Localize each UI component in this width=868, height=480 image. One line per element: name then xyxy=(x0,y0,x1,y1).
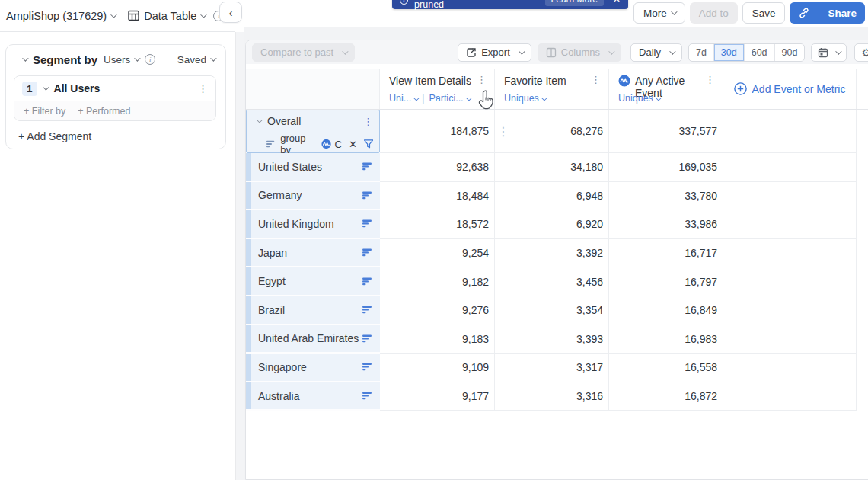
value-cell: 18,484 xyxy=(380,182,495,211)
segment-value-cell[interactable]: Brazil xyxy=(246,296,380,325)
breakdown-bars-icon xyxy=(362,306,372,314)
chevron-down-icon xyxy=(541,96,547,101)
segment-value-cell[interactable]: Singapore xyxy=(246,354,380,382)
date-range-group: 7d 30d 60d 90d xyxy=(688,43,805,62)
value-cell: 3,392 xyxy=(495,239,609,268)
breakdown-bars-icon xyxy=(362,392,372,400)
column-kebab-icon[interactable]: ⋮ xyxy=(477,75,487,85)
save-button[interactable]: Save xyxy=(742,2,786,24)
collapse-section-icon[interactable] xyxy=(22,55,28,61)
range-30d[interactable]: 30d xyxy=(714,44,745,61)
segment-value-cell[interactable]: Japan xyxy=(246,239,380,268)
group-by-icon xyxy=(266,140,275,148)
cell-kebab-icon[interactable]: ⋮ xyxy=(495,124,509,139)
segment-value-cell[interactable]: United States xyxy=(246,153,380,182)
calendar-icon xyxy=(818,47,828,58)
more-button[interactable]: More xyxy=(633,2,685,24)
value-cell: 169,035 xyxy=(609,153,723,182)
segment-value-cell[interactable]: United Kingdom xyxy=(246,210,380,239)
column-header-add-event[interactable]: Add Event or Metric xyxy=(723,69,857,109)
chevron-down-icon xyxy=(669,48,675,54)
add-filter-button[interactable]: + Filter by xyxy=(24,106,65,117)
segment-index-badge[interactable]: 1 xyxy=(22,82,37,96)
value-cell: 92,638 xyxy=(380,153,495,182)
empty-cell xyxy=(723,382,857,411)
country-name: Singapore xyxy=(258,361,307,373)
empty-cell xyxy=(857,210,868,239)
column-kebab-icon[interactable]: ⋮ xyxy=(705,75,715,85)
alert-close-icon[interactable]: ✕ xyxy=(613,0,621,5)
measure-dropdown[interactable]: Uni... xyxy=(389,93,417,104)
learn-more-button[interactable]: Learn More xyxy=(545,0,604,6)
expand-icon[interactable] xyxy=(257,117,262,123)
measure-dropdown[interactable]: Partici... xyxy=(429,93,469,104)
table-footer-space xyxy=(246,411,868,480)
remove-group-by-icon[interactable]: ✕ xyxy=(349,139,357,150)
measure-dropdown[interactable]: Uniques xyxy=(618,93,659,104)
compare-to-past-button[interactable]: Compare to past xyxy=(252,43,355,62)
table-row: Japan 9,254 3,392 16,717 xyxy=(246,239,868,268)
plus-circle-icon xyxy=(734,82,747,95)
chevron-down-icon[interactable] xyxy=(43,84,49,90)
segment-value-cell[interactable]: Australia xyxy=(246,382,380,411)
settings-button[interactable]: ⚙ xyxy=(854,43,868,62)
empty-cell xyxy=(723,296,857,325)
calendar-button[interactable] xyxy=(811,43,847,62)
value-cell: 16,983 xyxy=(609,325,723,354)
overall-kebab-icon[interactable]: ⋮ xyxy=(363,117,373,126)
value-cell: 6,920 xyxy=(495,210,609,239)
empty-cell xyxy=(857,296,868,325)
segment-value-cell[interactable]: Egypt xyxy=(246,267,380,296)
country-name: Germany xyxy=(258,189,302,201)
filter-icon[interactable] xyxy=(364,139,373,149)
country-name: United States xyxy=(258,161,322,173)
add-to-button[interactable]: Add to xyxy=(690,2,738,24)
collapse-panel-button[interactable]: ‹ xyxy=(219,2,242,23)
overall-cell[interactable]: Overall ⋮ group by C ✕ xyxy=(246,110,380,153)
add-segment-button[interactable]: + Add Segment xyxy=(18,130,225,142)
chevron-down-icon xyxy=(466,96,471,101)
value-cell: 3,317 xyxy=(495,354,609,382)
empty-cell xyxy=(723,239,857,268)
project-switcher[interactable]: AmpliShop (317629) xyxy=(6,10,115,22)
column-header-any-active-event[interactable]: Any Active Event⋮ Uniques xyxy=(609,69,723,109)
breakdown-bars-icon xyxy=(362,191,372,200)
empty-cell xyxy=(857,325,868,354)
range-60d[interactable]: 60d xyxy=(745,44,775,61)
empty-cell xyxy=(857,354,868,382)
segment-kebab-icon[interactable]: ⋮ xyxy=(198,84,208,94)
columns-button[interactable]: Columns xyxy=(538,43,621,62)
top-bar: AmpliShop (317629) Data Table i ‹ i The … xyxy=(0,0,868,31)
value-cell: 9,109 xyxy=(380,354,495,382)
range-90d[interactable]: 90d xyxy=(775,44,805,61)
range-7d[interactable]: 7d xyxy=(689,44,714,61)
group-by-value[interactable]: C xyxy=(335,139,342,150)
data-table-card: Compare to past Export Columns Daily 7d … xyxy=(245,40,868,480)
view-switcher[interactable]: Data Table xyxy=(128,10,205,22)
saved-dropdown[interactable]: Saved xyxy=(177,54,215,66)
column-header-favorite-item[interactable]: Favorite Item⋮ Uniques xyxy=(495,69,609,109)
empty-cell xyxy=(723,267,857,296)
users-dropdown[interactable]: Users xyxy=(104,54,139,66)
segment-name[interactable]: All Users xyxy=(54,82,101,94)
segment-value-cell[interactable]: United Arab Emirates xyxy=(246,325,380,354)
interval-dropdown[interactable]: Daily xyxy=(630,43,682,62)
add-performed-button[interactable]: + Performed xyxy=(78,106,130,117)
table-icon xyxy=(128,10,139,21)
empty-cell xyxy=(723,153,857,182)
column-kebab-icon[interactable]: ⋮ xyxy=(591,75,601,85)
segment-value-cell[interactable]: Germany xyxy=(246,182,380,211)
value-cell: 18,572 xyxy=(380,210,495,239)
share-button[interactable]: Share xyxy=(819,2,865,24)
copy-link-button[interactable] xyxy=(790,2,819,24)
overall-row: Overall ⋮ group by C ✕ 184,875 ⋮ 68,276 … xyxy=(246,110,868,153)
column-header-view-item-details[interactable]: View Item Details⋮ Uni... | Partici... xyxy=(380,69,495,109)
value-cell: 16,717 xyxy=(609,239,723,268)
measure-dropdown[interactable]: Uniques xyxy=(504,93,545,104)
chevron-down-icon xyxy=(110,11,116,18)
value-cell: 6,948 xyxy=(495,182,609,211)
export-button[interactable]: Export xyxy=(458,43,531,62)
gear-icon: ⚙ xyxy=(861,46,868,59)
breakdown-bars-icon xyxy=(362,162,372,171)
info-icon[interactable]: i xyxy=(145,54,155,65)
